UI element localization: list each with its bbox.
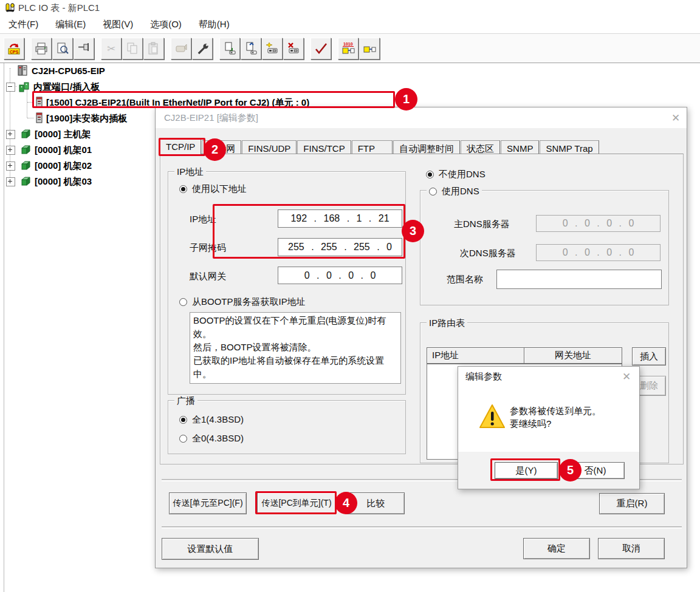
scope-name-label: 范围名称	[447, 274, 483, 285]
annotation-badge-1: 1	[395, 88, 417, 111]
default-gateway-field[interactable]: 0 . 0 . 0 . 0	[278, 267, 402, 284]
close-icon[interactable]: ✕	[669, 112, 682, 124]
radio-dot	[429, 188, 437, 196]
cps-icon[interactable]: CPS	[4, 38, 24, 60]
route-col-gateway-header[interactable]: 网关地址	[524, 347, 622, 364]
annotation-box-3	[213, 204, 405, 259]
svg-text:CPS: CPS	[10, 50, 19, 54]
create-unit-icon[interactable]	[262, 38, 283, 60]
secondary-dns-label: 次DNS服务器	[460, 248, 516, 259]
msgbox-title: 编辑参数	[465, 371, 502, 383]
svg-text:1010: 1010	[343, 42, 353, 46]
warning-icon	[478, 403, 506, 432]
paste-icon	[143, 38, 164, 60]
route-col-ip-header[interactable]: IP地址	[427, 347, 524, 364]
radio-all-zeros[interactable]: 全0(4.3BSD)	[179, 433, 244, 444]
radio-use-following-address[interactable]: 使用以下地址	[179, 183, 247, 195]
annotation-badge-2: 2	[204, 138, 226, 161]
print-preview-icon[interactable]	[52, 38, 73, 60]
radio-label: 全0(4.3BSD)	[192, 433, 244, 444]
tree-item-empty-board[interactable]: [1900]未安装内插板	[46, 113, 127, 124]
divider	[162, 526, 682, 529]
scope-name-field[interactable]	[496, 270, 662, 289]
transfer-unit-icon	[171, 38, 191, 60]
default-gateway-label: 默认网关	[190, 271, 226, 282]
menu-help[interactable]: 帮助(H)	[190, 16, 238, 33]
print-icon[interactable]	[31, 38, 52, 60]
radio-dot	[179, 298, 187, 306]
radio-no-dns[interactable]: 不使用DNS	[426, 169, 486, 180]
collapse-minus-icon[interactable]	[6, 83, 15, 92]
close-icon[interactable]: ✕	[620, 370, 633, 383]
bootp-note-line3: 已获取的IP地址将自动被保存在单元的系统设置中。	[193, 354, 397, 381]
menu-bar: 文件(F) 编辑(E) 视图(V) 选项(O) 帮助(H)	[0, 16, 700, 33]
app-icon	[5, 2, 16, 16]
annotation-badge-5: 5	[559, 459, 582, 481]
tree-item-main-rack[interactable]: [0000] 主机架	[35, 129, 91, 140]
bootp-note-box: BOOTP的设置仅在下个单元重启(电源复位)时有效。 然后，BOOTP设置将被清…	[190, 312, 401, 384]
secondary-dns-field: 0 . 0 . 0 . 0	[536, 244, 661, 261]
expand-plus-icon[interactable]	[6, 162, 15, 171]
primary-dns-field: 0 . 0 . 0 . 0	[536, 215, 661, 232]
transfer-unit-to-pc-button[interactable]: 传送[单元至PC](F)	[169, 492, 247, 514]
verify-check-icon[interactable]	[311, 38, 331, 60]
set-defaults-button[interactable]: 设置默认值	[162, 538, 259, 560]
expand-plus-icon[interactable]	[6, 130, 15, 139]
dialog-titlebar[interactable]: CJ2B-EIP21 [编辑参数] ✕	[156, 107, 687, 128]
rack-icon	[19, 128, 32, 143]
menu-view[interactable]: 视图(V)	[94, 16, 142, 33]
annotation-badge-3: 3	[402, 220, 424, 242]
expand-plus-icon[interactable]	[6, 146, 15, 155]
tree-item-rack03[interactable]: [0000] 机架03	[35, 176, 92, 188]
annotation-box-5	[490, 458, 560, 481]
tree-item-cpu[interactable]: CJ2H-CPU65-EIP	[32, 66, 105, 76]
window-titlebar: PLC IO 表 - 新PLC1	[0, 0, 700, 16]
ok-button[interactable]: 确定	[523, 538, 590, 559]
ip-address-group-label: IP地址	[174, 166, 206, 178]
settings-wrench-icon[interactable]	[192, 38, 213, 60]
toolbar: CPS ✂	[0, 35, 700, 63]
radio-label: 使用DNS	[442, 186, 479, 197]
radio-dot	[179, 435, 187, 443]
broadcast-group-label: 广播	[174, 395, 197, 407]
tree-item-rack01[interactable]: [0000] 机架01	[35, 145, 92, 156]
toolbar-separator-highlight	[0, 63, 700, 64]
bootp-note-line2: 然后，BOOTP设置将被清除。	[193, 341, 397, 354]
menu-file[interactable]: 文件(F)	[0, 16, 47, 33]
radio-use-dns[interactable]: 使用DNS	[427, 186, 482, 197]
radio-all-ones[interactable]: 全1(4.3BSD)	[179, 414, 244, 426]
transfer-to-unit-icon[interactable]	[241, 38, 261, 60]
radio-dot	[426, 171, 434, 179]
rack-icon	[19, 144, 32, 158]
expand-plus-icon[interactable]	[6, 177, 15, 186]
annotation-box-1	[32, 91, 395, 108]
edit-parameters-dialog: CJ2B-EIP21 [编辑参数] ✕ TCP/IP 以太网 FINS/UDP …	[155, 107, 687, 568]
cancel-button[interactable]: 取消	[598, 538, 665, 559]
cpu-unit-icon	[17, 65, 28, 78]
route-insert-button[interactable]: 插入	[632, 347, 666, 366]
annotation-box-4	[255, 491, 337, 514]
io-convert-1010-icon[interactable]: 1010	[338, 38, 359, 60]
transfer-from-unit-icon[interactable]	[219, 38, 240, 60]
radio-dot	[179, 185, 187, 193]
dialog-title: CJ2B-EIP21 [编辑参数]	[164, 112, 258, 124]
plc-io-window: PLC IO 表 - 新PLC1 文件(F) 编辑(E) 视图(V) 选项(O)…	[0, 0, 700, 592]
menu-options[interactable]: 选项(O)	[142, 16, 190, 33]
broadcast-group: 广播 全1(4.3BSD) 全0(4.3BSD)	[168, 400, 406, 454]
delete-unit-icon[interactable]	[283, 38, 304, 60]
use-dns-group: 使用DNS 主DNS服务器 0 . 0 . 0 . 0 次DNS服务器 0 . …	[420, 190, 669, 305]
msgbox-message-line2: 要继续吗?	[510, 418, 551, 430]
pin-icon[interactable]	[74, 38, 94, 60]
window-title: PLC IO 表 - 新PLC1	[18, 2, 100, 14]
radio-label: 使用以下地址	[192, 183, 247, 195]
ip-route-table-group-label: IP路由表	[427, 318, 467, 329]
io-convert-icon[interactable]	[359, 38, 380, 60]
menu-separator	[0, 33, 700, 34]
tree-item-rack02[interactable]: [0000] 机架02	[35, 160, 92, 172]
menu-edit[interactable]: 编辑(E)	[47, 16, 94, 33]
radio-dot	[179, 416, 187, 424]
builtin-port-icon	[18, 81, 30, 95]
radio-bootp[interactable]: 从BOOTP服务器获取IP地址	[179, 296, 306, 308]
msgbox-message-line1: 参数将被传送到单元。	[510, 406, 601, 417]
restart-button[interactable]: 重启(R)	[599, 493, 665, 514]
